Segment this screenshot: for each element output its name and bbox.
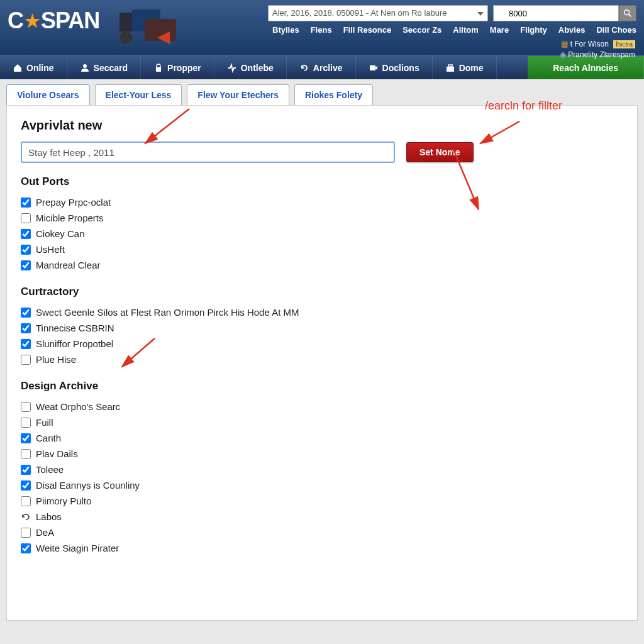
nav-item-dome[interactable]: Dome xyxy=(433,56,497,79)
checkbox[interactable] xyxy=(21,339,31,349)
user-icon xyxy=(80,63,90,73)
list-item: Tinnecise CSBRIN xyxy=(21,320,623,336)
list-item: Prepay Prpc-oclat xyxy=(21,194,623,210)
header-link-5[interactable]: Mare xyxy=(490,25,509,35)
checkbox[interactable] xyxy=(21,402,31,412)
checkbox[interactable] xyxy=(21,213,31,223)
checkbox[interactable] xyxy=(21,543,31,553)
item-label: Ciokey Can xyxy=(36,228,85,239)
header-search-button[interactable] xyxy=(619,5,636,21)
site-header: C ★ SPAN Aler, 2016, 2018, 050091 - At N… xyxy=(0,0,644,55)
checkbox[interactable] xyxy=(21,480,31,491)
header-link-1[interactable]: Flens xyxy=(311,25,332,35)
tab-bar: Violure OsearsElect-Your LessFlew Your E… xyxy=(0,79,644,105)
nav-item-ontlebe[interactable]: Ontlebe xyxy=(214,56,287,79)
header-search xyxy=(493,5,636,21)
svg-point-3 xyxy=(119,31,132,44)
list-item: Micible Properts xyxy=(21,210,623,226)
checkbox[interactable] xyxy=(21,355,31,365)
star-icon: ★ xyxy=(25,11,40,31)
header-sublinks: ▦ t For Wison lhictra ◉ Pranelity Zlares… xyxy=(560,39,635,60)
item-label: Swect Geenle Silos at Flest Ran Orimon P… xyxy=(36,307,299,318)
nav-item-seccard[interactable]: Seccard xyxy=(67,56,141,79)
checkbox[interactable] xyxy=(21,418,31,428)
context-dropdown[interactable]: Aler, 2016, 2018, 050091 - At Nen om Ro … xyxy=(268,5,488,21)
list-item: Weat Orpho's Searc xyxy=(21,399,623,414)
header-link-0[interactable]: Btylles xyxy=(272,25,299,35)
checkbox[interactable] xyxy=(21,245,31,255)
tab-1[interactable]: Elect-Your Less xyxy=(95,84,182,105)
checkbox[interactable] xyxy=(21,528,31,538)
list-item: Piimory Pulto xyxy=(21,493,623,509)
list-item: Ciokey Can xyxy=(21,226,623,242)
refresh-icon xyxy=(299,63,309,73)
nav-label: Doclions xyxy=(382,63,419,73)
checkbox[interactable] xyxy=(21,496,31,506)
list-item: Weite Siagin Pirater xyxy=(21,540,623,556)
filter-input[interactable] xyxy=(21,142,395,163)
nav-item-propper[interactable]: Propper xyxy=(141,56,214,79)
item-label: Weat Orpho's Searc xyxy=(36,401,120,412)
nav-item-doclions[interactable]: Doclions xyxy=(356,56,433,79)
tab-3[interactable]: Riokes Folety xyxy=(294,84,373,105)
badge-icon: ▦ xyxy=(561,40,568,48)
loop-icon xyxy=(21,512,31,522)
nav-label: Seccard xyxy=(94,63,128,73)
set-nome-button[interactable]: Set Nome xyxy=(406,142,474,162)
header-sublink-2[interactable]: Pranelity Zlarespam xyxy=(568,50,635,59)
list-item: Labos xyxy=(21,509,623,525)
header-sublink-1[interactable]: t For Wison xyxy=(570,40,609,48)
checkbox[interactable] xyxy=(21,260,31,270)
section-heading: Out Ports xyxy=(21,175,623,188)
nav-item-arclive[interactable]: Arclive xyxy=(287,56,356,79)
list-item: DeA xyxy=(21,525,623,540)
item-label: Piimory Pulto xyxy=(36,496,91,506)
checklist: Swect Geenle Silos at Flest Ran Orimon P… xyxy=(21,304,623,367)
main-content: Avprivlat new Set Nome Out PortsPrepay P… xyxy=(6,105,638,621)
logo-text-c: C xyxy=(8,8,23,34)
checkbox[interactable] xyxy=(21,323,31,333)
header-link-2[interactable]: Fill Resonce xyxy=(343,25,392,35)
search-icon xyxy=(623,9,632,18)
tab-2[interactable]: Flew Your Etechers xyxy=(187,84,289,105)
video-icon xyxy=(369,63,379,73)
checkbox[interactable] xyxy=(21,229,31,239)
section-heading: Design Archive xyxy=(21,380,623,392)
checkbox[interactable] xyxy=(21,197,31,208)
nav-item-online[interactable]: Online xyxy=(0,56,67,79)
filter-row: Set Nome xyxy=(21,142,623,163)
item-label: Fuill xyxy=(36,417,53,428)
item-label: UsHeft xyxy=(36,244,65,255)
svg-point-7 xyxy=(625,10,630,15)
bullet-icon: ◉ xyxy=(560,50,566,59)
item-label: Tinnecise CSBRIN xyxy=(36,323,114,333)
list-item: Canth xyxy=(21,430,623,446)
checkbox[interactable] xyxy=(21,449,31,459)
list-item: Swect Geenle Silos at Flest Ran Orimon P… xyxy=(21,304,623,320)
list-item: Sluniffor Propotbel xyxy=(21,336,623,352)
list-item: UsHeft xyxy=(21,242,623,257)
checkbox[interactable] xyxy=(21,308,31,318)
header-search-input[interactable] xyxy=(493,5,619,21)
checkbox[interactable] xyxy=(21,433,31,443)
list-item: Fuill xyxy=(21,414,623,430)
item-label: DeA xyxy=(36,527,54,538)
header-link-7[interactable]: Abvies xyxy=(558,25,586,35)
header-badge: lhictra xyxy=(613,40,635,48)
item-label: Weite Siagin Pirater xyxy=(36,543,119,553)
list-item: Plue Hise xyxy=(21,352,623,367)
primary-nav: OnlineSeccardPropperOntlebeArcliveDoclio… xyxy=(0,55,644,79)
tab-0[interactable]: Violure Osears xyxy=(6,84,90,105)
nav-label: Online xyxy=(26,63,54,73)
header-link-8[interactable]: Dill Choes xyxy=(596,25,636,35)
header-link-6[interactable]: Flighty xyxy=(520,25,547,35)
checkbox[interactable] xyxy=(21,465,31,475)
top-controls: Aler, 2016, 2018, 050091 - At Nen om Ro … xyxy=(268,5,636,21)
nav-label: Arclive xyxy=(313,63,343,73)
item-label: Micible Properts xyxy=(36,213,104,223)
header-link-4[interactable]: Alltom xyxy=(453,25,478,35)
item-label: Prepay Prpc-oclat xyxy=(36,197,111,208)
header-link-3[interactable]: Seccor Zs xyxy=(402,25,441,35)
item-label: Plue Hise xyxy=(36,354,76,365)
home-icon xyxy=(13,63,23,73)
